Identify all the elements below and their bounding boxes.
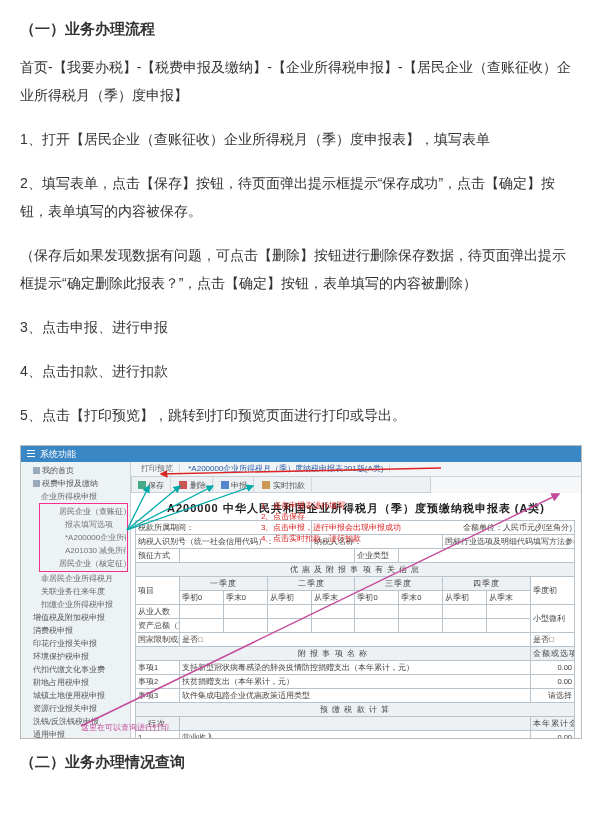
- report-button[interactable]: 申报: [215, 477, 254, 494]
- small-micro: 小型微利: [531, 605, 575, 633]
- tab-bar: 打印预览 *A200000企业所得税月（季）度纳税申报表201版(A类): [131, 462, 581, 477]
- nav-resident-audit[interactable]: 居民企业（查账征）: [41, 505, 126, 518]
- red-tips: 1、点击申报表进行填写 2、点击保存 3、点击申报，进行申报会出现申报成功 4、…: [261, 500, 401, 544]
- tip-3: 3、点击申报，进行申报会出现申报成功: [261, 522, 401, 533]
- industry-help-label: 国标行业选项及明细代码填写方法参考: [443, 535, 575, 549]
- pay-button[interactable]: 实时扣款: [256, 477, 311, 494]
- toolbar: 保存 删除 申报 实时扣款: [131, 476, 431, 493]
- prepay-method: 预征方式: [136, 549, 180, 563]
- nav-resource[interactable]: 资源行业报关申报: [23, 702, 128, 715]
- section-heading-2: （二）业务办理情况查询: [20, 753, 576, 772]
- tax-form-table: 税款所属期间： 金额单位：人民币元(列至角分) 纳税人识别号（统一社会信用代码）…: [135, 520, 575, 739]
- app-screenshot: 系统功能 想要打印表格的可以点击打印预览 我的首页 税费申报及缴纳 企业所得税申…: [20, 445, 582, 739]
- nav-culture-fee[interactable]: 代扣代缴文化事业费: [23, 663, 128, 676]
- svg-rect-6: [179, 481, 187, 489]
- nav-env[interactable]: 环境保护税申报: [23, 650, 128, 663]
- tab-a200000[interactable]: *A200000企业所得税月（季）度纳税申报表201版(A类): [182, 464, 390, 473]
- quarter-init: 季度初: [531, 577, 575, 605]
- q1: 一季度: [179, 577, 267, 591]
- tip-1: 1、点击申报表进行填写: [261, 500, 401, 511]
- nav-nonresident[interactable]: 非居民企业所得税月: [23, 572, 128, 585]
- items: 项目: [136, 577, 180, 605]
- nav-withhold-cit[interactable]: 扣缴企业所得税申报: [23, 598, 128, 611]
- header-preferential: 优 惠 及 附 报 事 项 有 关 信 息: [136, 563, 575, 577]
- employees: 从业人数: [136, 605, 180, 619]
- nav-resident-fixed[interactable]: 居民企业（核定征）: [41, 557, 126, 570]
- nav-a200000[interactable]: *A200000企业所得: [41, 531, 126, 544]
- enterprise-type: 企业类型: [355, 549, 399, 563]
- svg-rect-2: [27, 456, 35, 457]
- doc-note: （保存后如果发现数据有问题，可点击【删除】按钮进行删除保存数据，待页面弹出提示框…: [20, 241, 576, 297]
- tip-2: 2、点击保存: [261, 511, 401, 522]
- header-amount: 金额或选项: [531, 647, 575, 661]
- menu-icon[interactable]: [27, 446, 37, 462]
- sidebar: 我的首页 税费申报及缴纳 企业所得税申报 居民企业（查账征） 报表填写选项 *A…: [21, 462, 131, 738]
- nav-cit[interactable]: 企业所得税申报: [23, 490, 128, 503]
- save-button[interactable]: 保存: [132, 477, 171, 494]
- tip-4: 4、点击实时扣款，进行扣款: [261, 533, 401, 544]
- nav-declare[interactable]: 税费申报及缴纳: [23, 477, 128, 490]
- nav-a201030[interactable]: A201030 减免所得: [41, 544, 126, 557]
- nav-vat[interactable]: 增值税及附加税申报: [23, 611, 128, 624]
- svg-rect-4: [33, 480, 40, 487]
- nav-urban-land[interactable]: 城镇土地使用税申报: [23, 689, 128, 702]
- restricted: 国家限制或禁止行业: [136, 633, 180, 647]
- doc-step-5: 5、点击【打印预览】，跳转到打印预览页面进行打印或导出。: [20, 401, 576, 429]
- assets: 资产总额（万元）: [136, 619, 180, 633]
- prepay-method-val[interactable]: [179, 549, 355, 563]
- svg-rect-5: [138, 481, 146, 489]
- q3: 三季度: [355, 577, 443, 591]
- enterprise-type-val[interactable]: [399, 549, 575, 563]
- doc-step-1: 1、打开【居民企业（查账征收）企业所得税月（季）度申报表】，填写表单: [20, 125, 576, 153]
- doc-step-3: 3、点击申报、进行申报: [20, 313, 576, 341]
- header-calc: 预 缴 税 款 计 算: [136, 703, 575, 717]
- svg-rect-3: [33, 467, 40, 474]
- q2: 二季度: [267, 577, 355, 591]
- header-attached: 附 报 事 项 名 称: [136, 647, 531, 661]
- section-heading: （一）业务办理流程: [20, 20, 576, 39]
- nav-farmland[interactable]: 耕地占用税申报: [23, 676, 128, 689]
- top-bar: 系统功能: [21, 446, 581, 462]
- doc-breadcrumb: 首页-【我要办税】-【税费申报及缴纳】-【企业所得税申报】-【居民企业（查账征收…: [20, 53, 576, 109]
- svg-rect-0: [27, 450, 35, 451]
- nav-related[interactable]: 关联业务往来年度: [23, 585, 128, 598]
- svg-rect-8: [262, 481, 270, 489]
- doc-step-2: 2、填写表单，点击【保存】按钮，待页面弹出提示框提示“保存成功”，点击【确定】按…: [20, 169, 576, 225]
- nav-form-options[interactable]: 报表填写选项: [41, 518, 126, 531]
- q4: 四季度: [443, 577, 531, 591]
- top-bar-title: 系统功能: [40, 449, 76, 459]
- nav-consumption[interactable]: 消费税申报: [23, 624, 128, 637]
- pink-note: 这里在可以查询进行打印: [81, 722, 169, 733]
- svg-rect-7: [221, 481, 229, 489]
- tab-print-preview[interactable]: 打印预览: [135, 464, 180, 473]
- delete-button[interactable]: 删除: [173, 477, 212, 494]
- doc-step-4: 4、点击扣款、进行扣款: [20, 357, 576, 385]
- nav-stamp[interactable]: 印花行业报关申报: [23, 637, 128, 650]
- nav-home[interactable]: 我的首页: [23, 464, 128, 477]
- svg-rect-1: [27, 453, 35, 454]
